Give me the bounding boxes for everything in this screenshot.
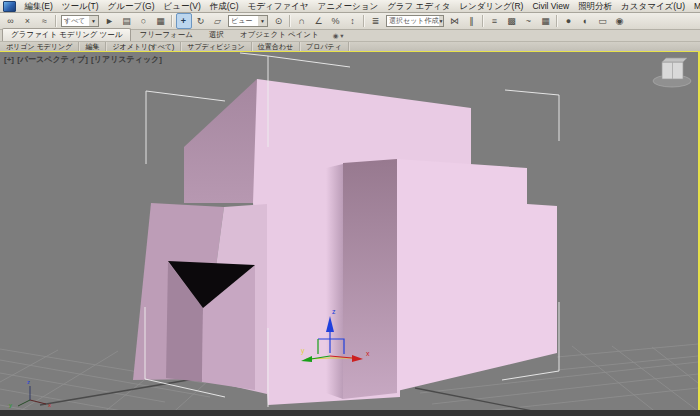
menu-item-civil-view[interactable]: Civil View xyxy=(528,0,574,12)
chevron-down-icon: ▼ xyxy=(258,16,267,26)
viewcube[interactable] xyxy=(653,58,691,87)
ribbon-panel-strip: ポリゴン モデリング 編集 ジオメトリ(すべて) サブディビジョン 位置合わせ … xyxy=(0,42,700,51)
select-and-link-icon[interactable]: ∞ xyxy=(3,13,19,29)
select-by-name-icon[interactable]: ▤ xyxy=(119,13,135,29)
named-selection-sets-select[interactable]: 選択セット作成 ▼ xyxy=(386,15,444,27)
panel-geometry-all[interactable]: ジオメトリ(すべて) xyxy=(106,42,181,51)
menu-item-views[interactable]: ビュー(V) xyxy=(159,0,205,12)
angle-snap-icon[interactable]: ∠ xyxy=(311,13,327,29)
material-editor-icon[interactable]: ● xyxy=(561,13,577,29)
reference-coordinate-select[interactable]: ビュー ▼ xyxy=(228,15,268,27)
unlink-selection-icon[interactable]: × xyxy=(20,13,36,29)
ribbon-toggle-icon[interactable]: ▩ xyxy=(504,13,520,29)
window-crossing-icon[interactable]: ▦ xyxy=(153,13,169,29)
menu-item-maxscript[interactable]: MAXScript(M) xyxy=(690,0,700,12)
panel-subdivision[interactable]: サブディビジョン xyxy=(181,42,251,51)
percent-snap-icon[interactable]: % xyxy=(328,13,344,29)
edit-named-sets-icon[interactable]: ≣ xyxy=(368,13,384,29)
select-scale-icon[interactable]: ▱ xyxy=(210,13,226,29)
editable-poly-object[interactable] xyxy=(133,79,557,405)
spinner-snap-icon[interactable]: ↕ xyxy=(345,13,361,29)
gizmo-x-label: x xyxy=(366,350,370,357)
contact-shadow xyxy=(326,164,343,399)
viewport-label: [+] [パースペクティブ] [リアリスティック] xyxy=(4,54,163,65)
chevron-down-icon: ▼ xyxy=(439,16,444,26)
toolbar-separator xyxy=(363,15,365,27)
toolbar-separator xyxy=(289,15,291,27)
menu-item-edit[interactable]: 編集(E) xyxy=(20,0,57,12)
use-pivot-center-icon[interactable]: ⊙ xyxy=(271,13,287,29)
schematic-view-icon[interactable]: ▦ xyxy=(538,13,554,29)
tab-object-paint[interactable]: オブジェクト ペイント xyxy=(232,29,327,41)
world-z-label: z xyxy=(27,379,30,385)
menu-item-rendering[interactable]: レンダリング(R) xyxy=(455,0,528,12)
toolbar-separator xyxy=(55,15,57,27)
menu-item-tools[interactable]: ツール(T) xyxy=(57,0,103,12)
gizmo-z-label: z xyxy=(332,308,336,315)
panel-align[interactable]: 位置合わせ xyxy=(252,42,300,51)
align-icon[interactable]: ∥ xyxy=(464,13,480,29)
toolbar-separator xyxy=(482,15,484,27)
gizmo-y-label: y xyxy=(301,347,305,355)
select-object-icon[interactable]: ► xyxy=(102,13,118,29)
menu-item-animation[interactable]: アニメーション xyxy=(313,0,383,12)
right-box-front-face[interactable] xyxy=(397,159,557,391)
ribbon-tab-bar: グラファイト モデリング ツール フリーフォーム 選択 オブジェクト ペイント … xyxy=(0,30,700,42)
max-window: 編集(E) ツール(T) グループ(G) ビュー(V) 作成(C) モディファイ… xyxy=(0,0,700,416)
selection-filter-value: すべて xyxy=(64,16,86,26)
menu-item-graph-editors[interactable]: グラフ エディタ xyxy=(383,0,455,12)
panel-polygon-modeling[interactable]: ポリゴン モデリング xyxy=(0,42,79,51)
layer-manager-icon[interactable]: ≡ xyxy=(487,13,503,29)
render-production-icon[interactable]: ◉ xyxy=(612,13,628,29)
tab-selection[interactable]: 選択 xyxy=(201,29,232,41)
toolbar-separator xyxy=(556,15,558,27)
rendered-frame-icon[interactable]: ▭ xyxy=(595,13,611,29)
menu-bar: 編集(E) ツール(T) グループ(G) ビュー(V) 作成(C) モディファイ… xyxy=(0,0,700,13)
perspective-viewport[interactable]: [+] [パースペクティブ] [リアリスティック] xyxy=(0,51,700,410)
panel-properties[interactable]: プロパティ xyxy=(300,42,349,51)
bind-spacewarp-icon[interactable]: ≈ xyxy=(37,13,53,29)
world-y-label: y xyxy=(9,402,12,408)
menu-item-group[interactable]: グループ(G) xyxy=(103,0,159,12)
menu-item-lighting-analysis[interactable]: 照明分析 xyxy=(574,0,617,12)
chevron-down-icon: ▼ xyxy=(89,16,98,26)
window-bottom-edge xyxy=(0,410,700,416)
viewport-menu-view[interactable]: [パースペクティブ] xyxy=(17,55,88,64)
perspective-viewport-canvas[interactable]: z y x z x y xyxy=(0,52,698,411)
viewport-menu-shading[interactable]: [リアリスティック] xyxy=(91,55,162,64)
selection-region-icon[interactable]: ○ xyxy=(136,13,152,29)
toolbar-separator xyxy=(171,15,173,27)
viewport-menu-plus[interactable]: [+] xyxy=(4,55,14,64)
ribbon-options-icon[interactable]: ◉ ▾ xyxy=(333,32,344,41)
named-selection-sets-value: 選択セット作成 xyxy=(389,16,439,26)
select-rotate-icon[interactable]: ↻ xyxy=(193,13,209,29)
right-box-side-face[interactable] xyxy=(343,159,397,399)
panel-edit[interactable]: 編集 xyxy=(79,42,106,51)
world-axis-tripod: z x y xyxy=(9,379,51,408)
mirror-icon[interactable]: ⋈ xyxy=(447,13,463,29)
tab-freeform[interactable]: フリーフォーム xyxy=(131,29,200,41)
menu-item-create[interactable]: 作成(C) xyxy=(205,0,243,12)
selection-filter-select[interactable]: すべて ▼ xyxy=(61,15,99,27)
menu-item-customize[interactable]: カスタマイズ(U) xyxy=(617,0,690,12)
curve-editor-icon[interactable]: ~ xyxy=(521,13,537,29)
snaps-toggle-icon[interactable]: ∩ xyxy=(294,13,310,29)
app-icon[interactable] xyxy=(3,1,16,12)
tab-graphite-modeling-tools[interactable]: グラファイト モデリング ツール xyxy=(2,28,131,41)
render-setup-icon[interactable]: ◐ xyxy=(578,13,594,29)
reference-coordinate-value: ビュー xyxy=(231,16,252,26)
select-move-icon[interactable]: + xyxy=(176,13,192,29)
world-x-label: x xyxy=(48,402,51,408)
menu-item-modifiers[interactable]: モディファイヤ xyxy=(243,0,313,12)
